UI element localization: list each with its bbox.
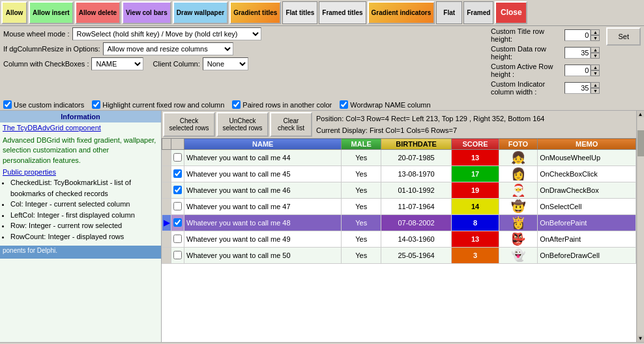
custom-data-spin: ▲ ▼ xyxy=(564,47,600,59)
scroll-thumb[interactable] xyxy=(637,130,644,156)
scroll-up-arrow[interactable]: ▲ xyxy=(638,111,643,117)
custom-title-up[interactable]: ▲ xyxy=(591,29,600,35)
mouse-wheel-row: Mouse wheel mode : RowSelect (hold shift… xyxy=(3,27,488,40)
set-button[interactable]: Set xyxy=(606,27,641,46)
framed-button[interactable]: Framed xyxy=(463,1,493,24)
row-foto: 🎅 xyxy=(499,182,537,199)
gradient-indicators-button[interactable]: Gradient indicators xyxy=(368,1,435,24)
row-indicator: ▶ xyxy=(162,215,171,231)
uncheck-selected-button[interactable]: UnCheck selected rows xyxy=(216,112,269,137)
column-checkboxes-label: Column with CheckBoxes : xyxy=(3,60,89,68)
header-row: NAME MALE BIRTHDATE SCORE FOTO MEMO xyxy=(162,139,636,150)
row-checkbox[interactable] xyxy=(173,186,182,194)
allow-insert-button[interactable]: Allow insert xyxy=(29,1,74,24)
allow-button[interactable]: Allow xyxy=(1,1,27,24)
highlight-fixed-checkbox[interactable] xyxy=(92,100,100,109)
grid-table-container[interactable]: NAME MALE BIRTHDATE SCORE FOTO MEMO What… xyxy=(162,138,636,342)
data-grid: NAME MALE BIRTHDATE SCORE FOTO MEMO What… xyxy=(162,138,636,264)
row-checkbox[interactable] xyxy=(173,251,182,259)
row-checkbox[interactable] xyxy=(173,153,182,162)
row-checkbox[interactable] xyxy=(173,218,182,227)
row-name: Whatever you want to call me 45 xyxy=(184,166,342,182)
custom-indicator-input[interactable] xyxy=(564,82,591,94)
scroll-down-arrow[interactable]: ▼ xyxy=(638,336,643,341)
scroll-track[interactable] xyxy=(637,117,644,336)
paired-rows-item: Paired rows in another color xyxy=(232,100,332,109)
custom-active-down[interactable]: ▼ xyxy=(591,70,600,76)
row-memo: OnCheckBoxClick xyxy=(538,166,636,182)
row-male: Yes xyxy=(342,166,381,182)
list-item: CheckedList: TcyBookmarkList - list of b… xyxy=(10,177,156,199)
use-custom-indicators-checkbox[interactable] xyxy=(3,100,12,109)
custom-data-up[interactable]: ▲ xyxy=(591,47,600,53)
dg-column-resize-select[interactable]: Allow move and resize columns xyxy=(103,42,233,55)
row-score: 14 xyxy=(452,199,499,215)
custom-indicator-up[interactable]: ▲ xyxy=(591,82,600,88)
row-checkbox[interactable] xyxy=(173,169,182,178)
sidebar-component-link[interactable]: The TcyDBAdvGrid component xyxy=(0,122,161,133)
custom-data-label: Custom Data row height: xyxy=(491,45,562,61)
allow-delete-button[interactable]: Allow delete xyxy=(75,1,121,24)
list-item: LeftCol: Integer - first displayed colum… xyxy=(10,210,156,221)
table-row[interactable]: Whatever you want to call me 45Yes13-08-… xyxy=(162,166,636,182)
column-checkboxes-select[interactable]: NAME xyxy=(91,57,143,70)
table-row[interactable]: Whatever you want to call me 44Yes20-07-… xyxy=(162,150,636,166)
table-row[interactable]: ▶Whatever you want to call me 48Yes07-08… xyxy=(162,215,636,231)
row-name: Whatever you want to call me 46 xyxy=(184,182,342,199)
dg-column-resize-row: If dgColumnResize in Options: Allow move… xyxy=(3,42,488,55)
row-score: 19 xyxy=(452,182,499,199)
row-foto: 👺 xyxy=(499,231,537,248)
custom-data-down[interactable]: ▼ xyxy=(591,53,600,59)
gradient-titles-button[interactable]: Gradient titles xyxy=(229,1,281,24)
client-column-select[interactable]: None xyxy=(203,57,248,70)
row-memo: OnDrawCheckBox xyxy=(538,182,636,199)
mouse-wheel-select[interactable]: RowSelect (hold shift key) / Move by (ho… xyxy=(72,27,261,40)
custom-active-input[interactable] xyxy=(564,64,591,76)
custom-data-spin-arrows: ▲ ▼ xyxy=(591,47,600,59)
table-row[interactable]: Whatever you want to call me 49Yes14-03-… xyxy=(162,231,636,248)
row-checkbox-cell xyxy=(171,231,184,248)
custom-indicator-spin-arrows: ▲ ▼ xyxy=(591,82,600,94)
custom-title-down[interactable]: ▼ xyxy=(591,35,600,41)
custom-indicator-label: Custom Indicator column width : xyxy=(491,80,562,96)
close-button[interactable]: Close xyxy=(495,1,527,24)
custom-title-input[interactable] xyxy=(564,29,591,41)
header-name: NAME xyxy=(184,139,342,150)
clear-check-button[interactable]: Clear check list xyxy=(270,112,312,137)
custom-data-input[interactable] xyxy=(564,47,591,59)
row-foto: 👸 xyxy=(499,215,537,231)
check-selected-button[interactable]: Check selected rows xyxy=(163,112,215,137)
flat-button[interactable]: Flat xyxy=(436,1,462,24)
table-row[interactable]: Whatever you want to call me 50Yes25-05-… xyxy=(162,248,636,264)
row-name: Whatever you want to call me 44 xyxy=(184,150,342,166)
row-score: 8 xyxy=(452,215,499,231)
row-male: Yes xyxy=(342,199,381,215)
table-row[interactable]: Whatever you want to call me 47Yes11-07-… xyxy=(162,199,636,215)
scrollbar[interactable]: ▲ ▼ xyxy=(636,111,644,342)
row-checkbox[interactable] xyxy=(173,202,182,210)
custom-active-up[interactable]: ▲ xyxy=(591,64,600,70)
draw-wallpaper-button[interactable]: Draw wallpaper xyxy=(173,1,228,24)
row-birthdate: 01-10-1992 xyxy=(381,182,451,199)
row-checkbox-cell xyxy=(171,182,184,199)
column-checkboxes-row: Column with CheckBoxes : NAME Client Col… xyxy=(3,57,488,70)
header-check xyxy=(171,139,184,150)
public-properties-link[interactable]: Public properties xyxy=(0,167,59,177)
table-row[interactable]: Whatever you want to call me 46Yes01-10-… xyxy=(162,182,636,199)
flat-titles-button[interactable]: Flat titles xyxy=(282,1,317,24)
wordwrap-checkbox[interactable] xyxy=(340,100,348,109)
row-birthdate: 20-07-1985 xyxy=(381,150,451,166)
header-indicator xyxy=(162,139,171,150)
paired-rows-checkbox[interactable] xyxy=(232,100,241,109)
custom-indicator-down[interactable]: ▼ xyxy=(591,88,600,94)
row-memo: OnBeforePaint xyxy=(538,215,636,231)
row-birthdate: 11-07-1964 xyxy=(381,199,451,215)
row-memo: OnSelectCell xyxy=(538,199,636,215)
row-checkbox[interactable] xyxy=(173,235,182,243)
row-memo: OnBeforeDrawCell xyxy=(538,248,636,264)
sidebar-title: Information xyxy=(0,111,161,122)
framed-titles-button[interactable]: Framed titles xyxy=(319,1,366,24)
view-cols-button[interactable]: View col bars xyxy=(122,1,171,24)
mouse-wheel-label: Mouse wheel mode : xyxy=(3,30,70,38)
custom-title-spin: ▲ ▼ xyxy=(564,29,600,41)
